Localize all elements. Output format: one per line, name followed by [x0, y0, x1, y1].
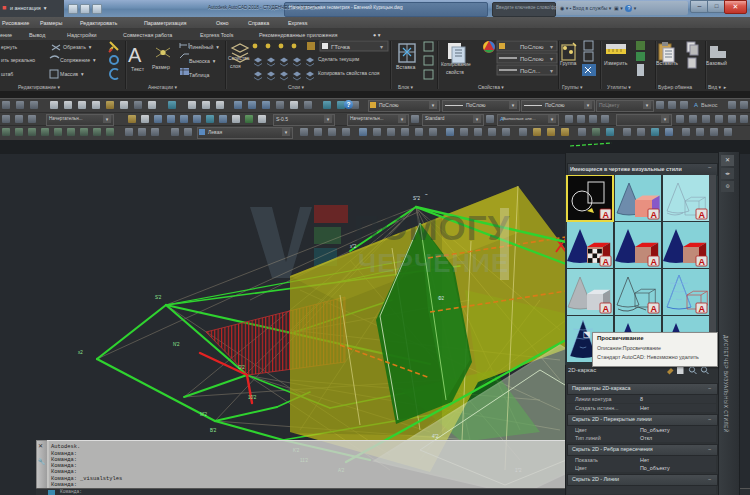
svg-text:ПоСлою: ПоСлою: [520, 44, 544, 50]
svg-text:M'2: M'2: [200, 412, 208, 417]
svg-text:A: A: [602, 304, 609, 314]
svg-text:Φ2: Φ2: [438, 296, 445, 301]
svg-text:А: А: [128, 44, 142, 66]
svg-text:S'2: S'2: [155, 295, 162, 300]
svg-text:B'2: B'2: [210, 428, 217, 433]
svg-text:ПоСлою: ПоСлою: [520, 56, 544, 62]
svg-text:ПОМОГУ: ПОМОГУ: [354, 208, 511, 247]
svg-text:A: A: [698, 210, 705, 220]
svg-text:ГТочка: ГТочка: [331, 44, 351, 50]
svg-text:x2: x2: [78, 350, 83, 355]
svg-text:A: A: [650, 210, 657, 220]
svg-text:▾: ▾: [550, 68, 553, 74]
svg-text:A: A: [650, 257, 657, 267]
svg-text:10'2: 10'2: [248, 395, 257, 400]
svg-text:x″2: x″2: [350, 244, 357, 249]
svg-text:A: A: [698, 257, 705, 267]
svg-text:A: A: [650, 304, 657, 314]
svg-text:ЧЕРЧЕНИЕ: ЧЕРЧЕНИЕ: [358, 248, 509, 278]
svg-text:▾: ▾: [380, 44, 383, 50]
svg-text:~: ~: [425, 192, 428, 197]
svg-text:A: A: [698, 304, 705, 314]
svg-text:O'2: O'2: [238, 365, 245, 370]
svg-text:A: A: [602, 257, 609, 267]
svg-text:S″2: S″2: [413, 196, 421, 201]
svg-text:4″2: 4″2: [432, 434, 439, 439]
svg-text:A: A: [602, 210, 609, 220]
svg-text:▾: ▾: [550, 44, 553, 50]
svg-text:▾: ▾: [550, 56, 553, 62]
svg-text:N'2: N'2: [173, 342, 180, 347]
svg-text:ПоСл...: ПоСл...: [520, 68, 541, 74]
